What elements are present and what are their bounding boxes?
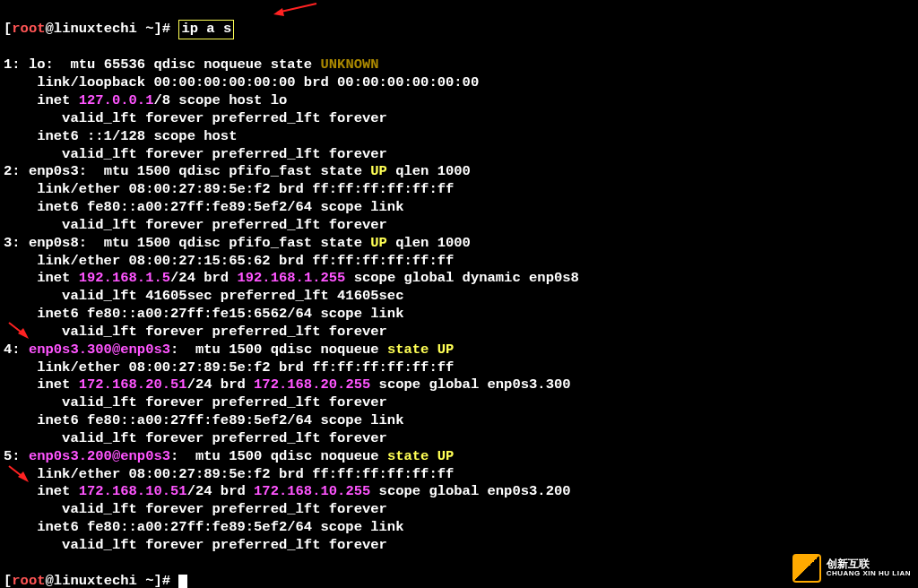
cursor xyxy=(178,575,187,589)
watermark: 创新互联 CHUANG XIN HU LIAN xyxy=(792,554,911,583)
typed-command: ip a s xyxy=(178,20,234,39)
prompt-line[interactable]: [root@linuxtechi ~]# ip a s xyxy=(4,20,914,39)
watermark-brand-py: CHUANG XIN HU LIAN xyxy=(827,570,911,578)
watermark-logo-icon xyxy=(792,554,821,583)
prompt-user: root xyxy=(12,21,45,37)
prompt-host: linuxtechi xyxy=(54,21,137,37)
terminal-output: [root@linuxtechi ~]# ip a s 1: lo: mtu 6… xyxy=(0,0,918,588)
prompt-line-end[interactable]: [root@linuxtechi ~]# xyxy=(4,573,914,589)
command-output: 1: lo: mtu 65536 qdisc noqueue state UNK… xyxy=(4,56,914,554)
